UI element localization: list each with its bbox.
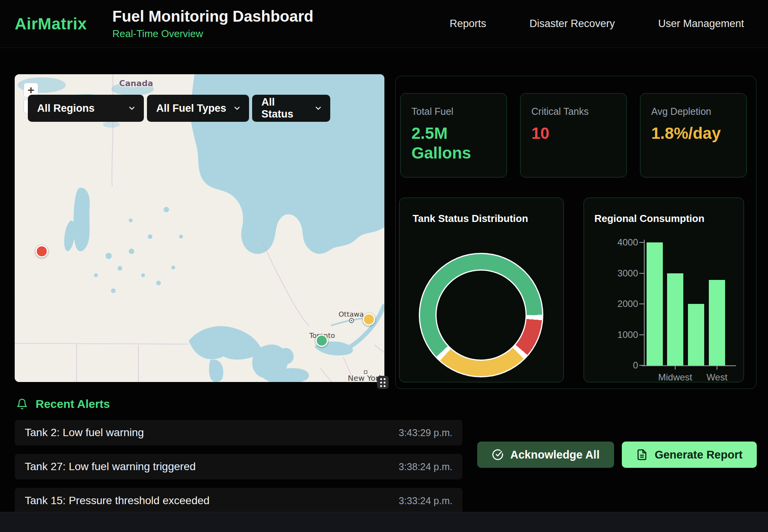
- stat-value: 2.5M Gallons: [411, 123, 473, 163]
- alert-list: Tank 2: Low fuel warning3:43:29 p.m.Tank…: [15, 420, 463, 513]
- alerts-title: Recent Alerts: [36, 397, 110, 411]
- footer-strip: [0, 512, 768, 532]
- alert-message: Tank 27: Low fuel warning triggered: [25, 460, 196, 473]
- tank-marker-warning[interactable]: [363, 313, 375, 326]
- alerts-header: Recent Alerts: [16, 397, 463, 411]
- app-header: AirMatrix Fuel Monitoring Dashboard Real…: [0, 0, 768, 48]
- recent-alerts-section: Recent Alerts Tank 2: Low fuel warning3:…: [15, 397, 463, 522]
- bar: [667, 273, 683, 366]
- stat-card-critical-tanks: Critical Tanks 10: [520, 93, 627, 177]
- regional-consumption-card: Regional Consumption 01000200030004000Mi…: [584, 198, 744, 382]
- bar: [647, 242, 663, 365]
- country-label: Canada: [119, 79, 153, 88]
- drag-handle-icon[interactable]: [377, 376, 389, 389]
- generate-report-label: Generate Report: [655, 448, 742, 461]
- chart-title: Tank Status Distribution: [413, 213, 528, 225]
- stat-value: 10: [531, 123, 616, 143]
- alert-timestamp: 3:38:24 p.m.: [399, 461, 452, 472]
- stat-value: 1.8%/day: [651, 123, 702, 143]
- stat-label: Total Fuel: [411, 106, 496, 117]
- donut-hole: [435, 269, 527, 361]
- bar: [709, 280, 725, 365]
- y-tick-mark: [639, 304, 644, 304]
- y-tick-label: 1000: [607, 329, 638, 340]
- alert-row[interactable]: Tank 2: Low fuel warning3:43:29 p.m.: [15, 420, 463, 445]
- tank-status-card: Tank Status Distribution: [399, 198, 564, 382]
- donut-chart: [419, 253, 543, 377]
- metrics-panel: Total Fuel 2.5M Gallons Critical Tanks 1…: [395, 76, 756, 389]
- title-block: Fuel Monitoring Dashboard Real-Time Over…: [113, 8, 314, 40]
- bar: [688, 304, 704, 365]
- x-axis-line: [642, 365, 736, 366]
- chevron-down-icon: [128, 104, 136, 113]
- y-tick-label: 2000: [607, 298, 638, 309]
- stat-card-avg-depletion: Avg Depletion 1.8%/day: [640, 93, 747, 177]
- y-tick-mark: [639, 273, 644, 274]
- nav-item-disaster-recovery[interactable]: Disaster Recovery: [529, 18, 615, 30]
- tank-marker-normal[interactable]: [316, 334, 328, 347]
- acknowledge-all-button[interactable]: Acknowledge All: [477, 442, 614, 468]
- bell-icon: [16, 398, 28, 410]
- y-tick-label: 0: [607, 360, 638, 371]
- nav-item-user-management[interactable]: User Management: [658, 18, 744, 30]
- tank-marker-critical[interactable]: [36, 245, 48, 257]
- nav-item-reports[interactable]: Reports: [450, 18, 486, 30]
- y-tick-mark: [639, 242, 644, 243]
- filter-status-select[interactable]: All Status: [252, 95, 330, 122]
- alert-row[interactable]: Tank 27: Low fuel warning triggered3:38:…: [15, 454, 463, 479]
- filter-regions-value: All Regions: [37, 102, 95, 114]
- document-icon: [636, 449, 648, 460]
- page-subtitle: Real-Time Overview: [113, 28, 314, 40]
- alert-message: Tank 15: Pressure threshold exceeded: [25, 494, 210, 507]
- chevron-down-icon: [314, 104, 323, 113]
- acknowledge-all-label: Acknowledge All: [510, 448, 600, 461]
- y-tick-mark: [639, 365, 644, 366]
- alert-message: Tank 2: Low fuel warning: [25, 426, 144, 439]
- y-tick-label: 3000: [607, 268, 638, 279]
- bar-chart: 01000200030004000MidwestWest: [584, 198, 744, 382]
- filter-fuel-types-value: All Fuel Types: [156, 102, 226, 114]
- stat-card-total-fuel: Total Fuel 2.5M Gallons: [400, 93, 507, 177]
- city-label-ottawa: Ottawa: [338, 310, 364, 318]
- y-tick-mark: [639, 334, 644, 335]
- top-nav: Reports Disaster Recovery User Managemen…: [450, 18, 744, 30]
- stat-label: Critical Tanks: [531, 106, 616, 117]
- stat-label: Avg Depletion: [651, 106, 736, 117]
- generate-report-button[interactable]: Generate Report: [622, 442, 757, 468]
- x-tick-mark: [675, 366, 676, 370]
- filter-fuel-types-select[interactable]: All Fuel Types: [147, 95, 249, 122]
- map-panel[interactable]: Canada Ottawa Toronto New York + All Reg…: [15, 74, 384, 382]
- alert-timestamp: 3:33:24 p.m.: [399, 495, 452, 506]
- brand-logo: AirMatrix: [15, 15, 87, 33]
- filter-regions-select[interactable]: All Regions: [28, 95, 144, 122]
- chevron-down-icon: [233, 104, 241, 113]
- alert-timestamp: 3:43:29 p.m.: [399, 427, 452, 438]
- map-filter-bar: All Regions All Fuel Types All Status: [28, 95, 330, 122]
- page-title: Fuel Monitoring Dashboard: [113, 8, 314, 25]
- y-tick-label: 4000: [607, 237, 638, 248]
- filter-status-value: All Status: [261, 96, 308, 120]
- check-circle-icon: [492, 449, 503, 460]
- alert-row[interactable]: Tank 15: Pressure threshold exceeded3:33…: [15, 488, 463, 513]
- y-axis-line: [644, 240, 645, 366]
- x-tick-label: West: [690, 372, 744, 383]
- x-tick-mark: [717, 366, 717, 370]
